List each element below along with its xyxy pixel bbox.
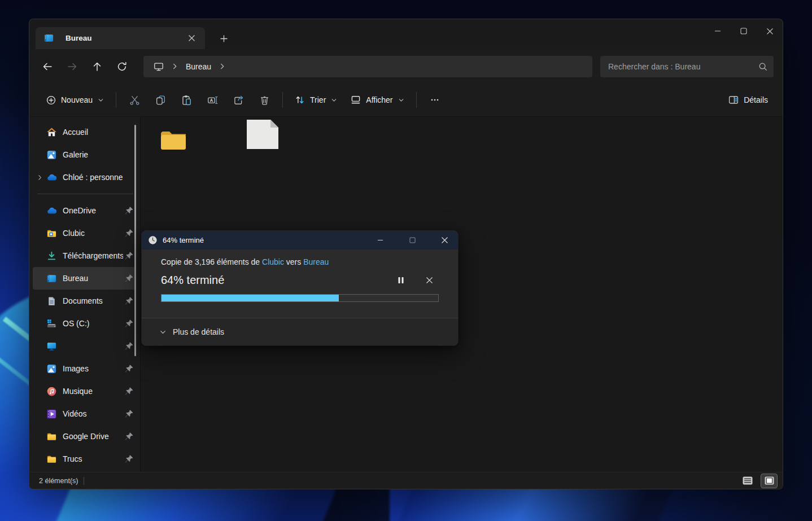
sidebar-item-images[interactable]: Images: [33, 357, 136, 380]
refresh-button[interactable]: [111, 56, 133, 77]
sidebar-item-galerie[interactable]: Galerie: [33, 143, 136, 166]
sidebar-item-chloe-personnel[interactable]: Chloé : personnel: [33, 166, 136, 189]
sidebar-item-onedrive[interactable]: OneDrive: [33, 199, 136, 222]
more-options-button[interactable]: [422, 89, 447, 111]
forward-arrow-icon: [67, 61, 78, 72]
sidebar-item-telechargements[interactable]: Téléchargements: [33, 244, 136, 267]
tab-close-button[interactable]: [184, 30, 199, 46]
paste-button[interactable]: [174, 89, 199, 111]
pin-icon: [124, 364, 134, 374]
cancel-copy-button[interactable]: [420, 272, 439, 288]
sidebar-item-label: Musique: [63, 387, 123, 396]
progress-bar: [161, 294, 439, 302]
details-pane-label: Détails: [744, 95, 768, 104]
thumbnail-view-icon: [765, 476, 774, 485]
sort-button[interactable]: Trier: [289, 89, 343, 111]
sidebar-item-os-c[interactable]: OS (C:): [33, 312, 136, 335]
copy-progress-dialog: 64% terminé Copie d: [142, 231, 458, 345]
refresh-icon: [116, 61, 128, 72]
file-item-icon[interactable]: [245, 117, 281, 150]
item-count: 2 élément(s): [39, 477, 78, 485]
sidebar-item-icon: [46, 318, 57, 329]
plus-icon: [220, 34, 228, 43]
pause-button[interactable]: [391, 272, 411, 288]
copy-status-line: Copie de 3,196 éléments de Clubic vers B…: [161, 257, 439, 266]
dialog-title: 64% terminé: [163, 236, 361, 244]
folder-item-icon[interactable]: [160, 128, 187, 151]
sidebar-item-icon: [46, 409, 57, 419]
sidebar-item-bureau[interactable]: Bureau: [33, 267, 136, 290]
clock-icon: [148, 235, 158, 245]
details-pane-button[interactable]: Détails: [722, 89, 774, 111]
chevron-down-icon: [159, 328, 167, 336]
chevron-down-icon: [398, 97, 405, 104]
new-tab-button[interactable]: [216, 30, 232, 46]
sidebar-item-icon: [46, 228, 57, 239]
command-bar: Nouveau: [29, 84, 783, 117]
cut-button[interactable]: [122, 89, 147, 111]
pin-icon: [124, 454, 134, 464]
sidebar-item-documents[interactable]: Documents: [33, 290, 136, 312]
minimize-icon: [377, 237, 383, 243]
toolbar-divider: [116, 92, 116, 108]
pin-icon: [124, 432, 134, 441]
copy-source-name: Clubic: [262, 257, 284, 266]
close-button[interactable]: [757, 19, 783, 43]
sidebar-item-icon: [46, 251, 57, 261]
sidebar-item-icon: [46, 386, 57, 397]
details-view-toggle[interactable]: [740, 474, 756, 488]
new-item-button[interactable]: Nouveau: [40, 89, 110, 111]
chevron-down-icon: [330, 97, 338, 104]
sidebar-item-musique[interactable]: Musique: [33, 380, 136, 402]
sidebar-scrollbar[interactable]: [134, 125, 136, 356]
navigation-bar: Bureau: [29, 49, 783, 84]
expand-chevron-icon[interactable]: [33, 174, 46, 181]
dialog-minimize-button[interactable]: [366, 231, 394, 249]
thumbnail-view-toggle[interactable]: [761, 474, 777, 488]
breadcrumb-this-pc[interactable]: [149, 56, 168, 77]
tab-title: Bureau: [66, 34, 178, 42]
sidebar-item-clubic[interactable]: Clubic: [33, 222, 136, 244]
chevron-right-icon[interactable]: [171, 62, 179, 71]
sidebar-item-accueil[interactable]: Accueil: [33, 121, 136, 143]
new-item-label: Nouveau: [61, 95, 93, 104]
more-details-toggle[interactable]: Plus de détails: [142, 318, 458, 345]
view-button[interactable]: Afficher: [344, 89, 410, 111]
back-button[interactable]: [36, 56, 59, 77]
close-icon: [766, 28, 774, 35]
delete-button[interactable]: [252, 89, 277, 111]
search-icon[interactable]: [758, 62, 768, 72]
more-icon: [429, 94, 440, 106]
pause-icon: [398, 277, 404, 284]
dialog-maximize-button[interactable]: [399, 231, 426, 249]
sidebar-item-label: OneDrive: [63, 206, 123, 215]
sidebar-divider: [37, 194, 133, 194]
copy-icon: [155, 94, 167, 106]
sidebar-item-videos[interactable]: Vidéos: [33, 402, 136, 425]
copy-button[interactable]: [148, 89, 173, 111]
breadcrumb-segment-bureau[interactable]: Bureau: [181, 62, 216, 71]
dialog-close-button[interactable]: [431, 231, 458, 249]
cancel-icon: [426, 277, 433, 284]
sidebar-item-label: Vidéos: [63, 409, 123, 418]
maximize-button[interactable]: [731, 19, 757, 43]
minimize-button[interactable]: [705, 19, 731, 43]
search-input[interactable]: [608, 62, 758, 71]
up-button[interactable]: [86, 56, 108, 77]
sidebar-item-label: Accueil: [63, 128, 123, 137]
rename-button[interactable]: [200, 89, 225, 111]
dialog-body: Copie de 3,196 éléments de Clubic vers B…: [142, 249, 458, 318]
view-icon: [350, 94, 361, 106]
breadcrumb: Bureau: [143, 56, 592, 77]
list-view-icon: [743, 476, 753, 485]
sidebar-item-icon: [46, 150, 57, 160]
paste-icon: [181, 94, 193, 106]
share-button[interactable]: [226, 89, 251, 111]
tab-bureau[interactable]: Bureau: [36, 27, 205, 49]
sidebar-item-monitor[interactable]: [33, 335, 136, 357]
forward-button[interactable]: [61, 56, 84, 77]
sidebar-item-google-drive[interactable]: Google Drive: [33, 425, 136, 448]
minimize-icon: [714, 28, 721, 34]
chevron-right-icon[interactable]: [218, 62, 226, 71]
sidebar-item-trucs[interactable]: Trucs: [33, 448, 136, 470]
